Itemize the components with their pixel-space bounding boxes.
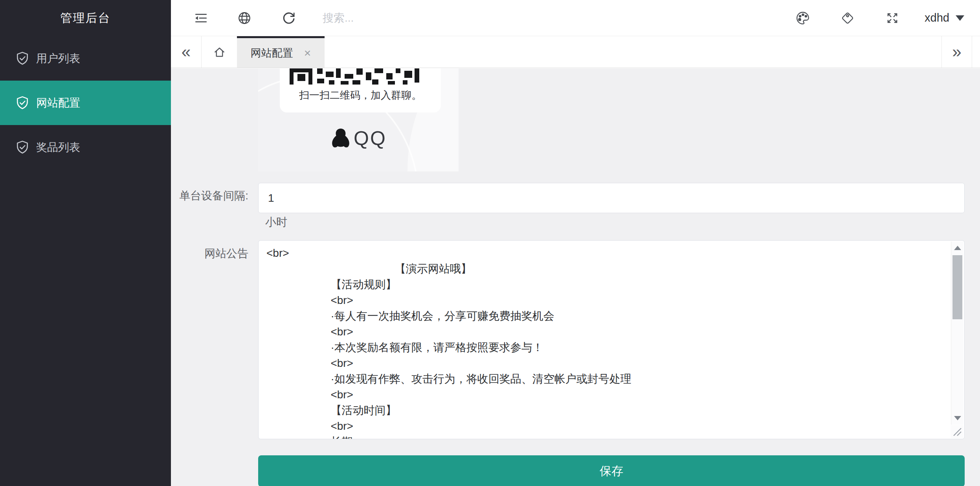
admin-app: 管理后台 用户列表 网站配置 奖品列表 xyxy=(0,0,980,486)
announcement-textarea[interactable]: <br> 【演示网站哦】 【活动规则】 <br> ·每人有一次抽奖机会，分享可赚… xyxy=(258,240,965,439)
menu-fold-icon xyxy=(193,11,208,26)
topbar: xdhd xyxy=(171,0,980,36)
interval-input[interactable] xyxy=(258,183,965,213)
sidebar-item-prize-list[interactable]: 奖品列表 xyxy=(0,125,171,169)
announcement-text: <br> 【演示网站哦】 【活动规则】 <br> ·每人有一次抽奖机会，分享可赚… xyxy=(259,241,948,439)
qq-brand-text: QQ xyxy=(354,127,387,150)
sidebar-item-label: 奖品列表 xyxy=(36,140,80,155)
interval-label: 单台设备间隔: xyxy=(171,188,248,204)
interval-unit: 小时 xyxy=(265,215,287,230)
user-menu[interactable]: xdhd xyxy=(925,11,964,25)
announcement-label: 网站公告 xyxy=(171,245,248,262)
theme-button[interactable] xyxy=(790,6,815,31)
sidebar-item-label: 用户列表 xyxy=(36,51,80,66)
username: xdhd xyxy=(925,11,949,24)
tab-site-config[interactable]: 网站配置 × xyxy=(237,36,325,68)
tag-icon xyxy=(840,11,855,26)
home-tab-button[interactable] xyxy=(202,36,237,68)
fullscreen-button[interactable] xyxy=(880,6,905,31)
globe-icon xyxy=(237,11,252,26)
qq-penguin-icon xyxy=(330,126,351,151)
home-icon xyxy=(212,45,227,59)
qr-caption: 扫一扫二维码，加入群聊。 xyxy=(280,88,441,102)
topbar-actions: xdhd xyxy=(790,6,980,31)
tab-label: 网站配置 xyxy=(251,46,293,60)
palette-icon xyxy=(795,11,810,26)
refresh-icon xyxy=(281,11,296,26)
qr-code xyxy=(290,68,419,85)
tab-close-icon[interactable]: × xyxy=(304,47,311,59)
scroll-up-button[interactable] xyxy=(951,241,963,254)
qr-card: 扫一扫二维码，加入群聊。 xyxy=(280,68,441,112)
textarea-scrollbar[interactable] xyxy=(951,241,963,425)
search-input[interactable] xyxy=(323,12,488,24)
qq-logo: QQ xyxy=(258,125,459,152)
main-content: 扫一扫二维码，加入群聊。 QQ 单台设备间隔: 小时 网站公告 <br> 【演示… xyxy=(171,68,980,486)
qq-group-banner-image: 扫一扫二维码，加入群聊。 QQ xyxy=(258,68,459,171)
menu-fold-button[interactable] xyxy=(188,6,213,31)
caret-down-icon xyxy=(956,15,964,25)
refresh-button[interactable] xyxy=(276,6,301,31)
fullscreen-icon xyxy=(885,11,900,26)
app-title: 管理后台 xyxy=(0,0,171,36)
triangle-down-icon xyxy=(954,416,961,424)
sidebar-item-label: 网站配置 xyxy=(36,96,80,110)
sidebar: 管理后台 用户列表 网站配置 奖品列表 xyxy=(0,0,171,486)
shield-check-icon xyxy=(15,96,30,110)
tag-button[interactable] xyxy=(835,6,860,31)
scroll-down-button[interactable] xyxy=(951,412,963,425)
sidebar-item-site-config[interactable]: 网站配置 xyxy=(0,81,171,125)
language-button[interactable] xyxy=(232,6,257,31)
shield-check-icon xyxy=(15,140,30,155)
triangle-up-icon xyxy=(954,242,961,250)
tabbar-spacer xyxy=(325,36,941,68)
tabs-scroll-right-button[interactable]: » xyxy=(941,36,972,68)
save-button[interactable]: 保存 xyxy=(258,455,965,486)
scrollbar-thumb[interactable] xyxy=(952,255,962,319)
shield-check-icon xyxy=(15,51,30,66)
tabbar: « 网站配置 × » xyxy=(171,36,980,68)
resize-grip-icon[interactable] xyxy=(951,425,963,438)
sidebar-item-user-list[interactable]: 用户列表 xyxy=(0,36,171,81)
tabs-scroll-left-button[interactable]: « xyxy=(171,36,202,68)
